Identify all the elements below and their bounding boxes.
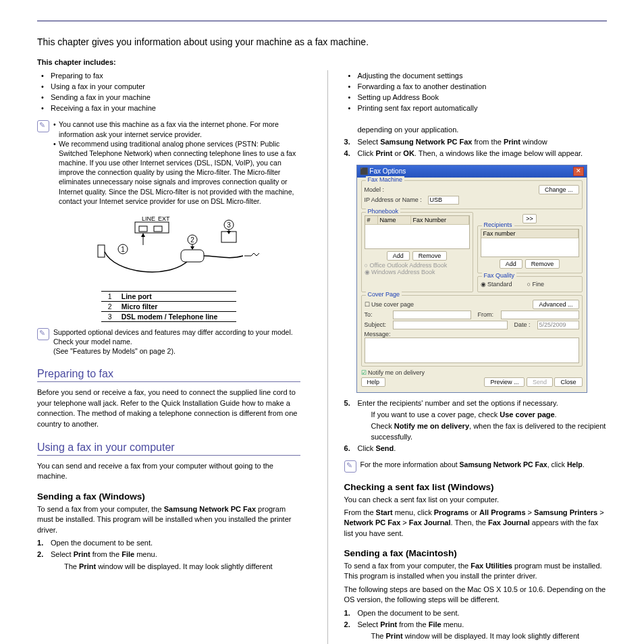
note-see: (See "Features by Models" on page 2). bbox=[53, 346, 300, 356]
date-field[interactable]: 5/25/2009 bbox=[537, 321, 579, 329]
note-model-features: Supported optional devices and features … bbox=[37, 327, 300, 356]
note-more-info: For the more information about Samsung N… bbox=[344, 460, 608, 473]
key-row: DSL modem / Telephone line bbox=[119, 311, 236, 321]
label: IP Address or Name : bbox=[365, 196, 425, 203]
label-line: LINE bbox=[142, 215, 155, 222]
list-item: Adjusting the document settings bbox=[344, 71, 608, 81]
note-icon bbox=[37, 328, 49, 340]
svg-rect-5 bbox=[98, 245, 105, 257]
svg-text:1: 1 bbox=[121, 246, 125, 253]
steps-windows-cont: Select Samsung Network PC Fax from the P… bbox=[344, 137, 608, 159]
includes-heading: This chapter includes: bbox=[37, 58, 607, 66]
label-ext: EXT bbox=[158, 215, 170, 222]
steps-windows-cont2: Enter the recipients' number and set the… bbox=[344, 398, 608, 454]
step: Click Print or OK. Then, a windows like … bbox=[344, 149, 608, 159]
paragraph: You can send and receive a fax from your… bbox=[37, 461, 300, 482]
continuation-text: depending on your application. bbox=[358, 125, 608, 135]
close-icon[interactable]: ✕ bbox=[573, 167, 584, 176]
outlook-radio[interactable]: Office Outlook Address Book bbox=[365, 262, 470, 269]
help-button[interactable]: Help bbox=[361, 377, 386, 387]
cover-page-group: Cover Page Use cover page Advanced ... T… bbox=[361, 295, 583, 367]
send-button[interactable]: Send bbox=[527, 377, 553, 387]
step: Select Samsung Network PC Fax from the P… bbox=[344, 137, 608, 147]
note-text: We recommend using traditional analog ph… bbox=[53, 139, 300, 206]
note-icon bbox=[344, 460, 356, 473]
svg-rect-1 bbox=[139, 226, 147, 232]
list-item: Sending a fax in your machine bbox=[37, 92, 300, 103]
add-button[interactable]: Add bbox=[387, 251, 410, 261]
advanced-button[interactable]: Advanced ... bbox=[533, 300, 579, 309]
remove-button[interactable]: Remove bbox=[412, 251, 448, 261]
left-column: Preparing to fax Using a fax in your com… bbox=[37, 70, 300, 644]
from-field[interactable] bbox=[501, 311, 579, 319]
list-item: Using a fax in your computer bbox=[37, 82, 300, 92]
change-button[interactable]: Change ... bbox=[539, 185, 579, 194]
svg-rect-6 bbox=[181, 250, 204, 262]
paragraph: From the Start menu, click Programs or A… bbox=[344, 508, 608, 539]
notify-checkbox[interactable]: Notify me on delivery bbox=[361, 369, 425, 376]
subject-field[interactable] bbox=[393, 321, 508, 329]
note-icon bbox=[37, 120, 49, 132]
note-text: You cannot use this machine as a fax via… bbox=[53, 119, 300, 138]
heading-preparing: Preparing to fax bbox=[37, 368, 300, 382]
steps-mac: Open the document to be sent. Select Pri… bbox=[344, 608, 608, 644]
paragraph: You can check a sent fax list on your co… bbox=[344, 495, 608, 505]
ip-field[interactable]: USB bbox=[428, 196, 459, 205]
transfer-button[interactable]: >> bbox=[522, 214, 537, 223]
remove-button[interactable]: Remove bbox=[525, 259, 560, 269]
paragraph: Before you send or receive a fax, you ne… bbox=[37, 387, 300, 429]
key-row: Line port bbox=[119, 291, 236, 301]
right-column: Adjusting the document settings Forwardi… bbox=[327, 70, 608, 644]
step: Select Print from the File menu. The Pri… bbox=[37, 549, 300, 572]
right-toc: Adjusting the document settings Forwardi… bbox=[344, 71, 608, 113]
standard-radio[interactable]: Standard bbox=[481, 281, 512, 288]
windows-addr-radio[interactable]: Windows Address Book bbox=[365, 269, 470, 275]
list-item: Printing sent fax report automatically bbox=[344, 103, 608, 113]
step: Click Send. bbox=[344, 444, 608, 454]
page: This chapter gives you information about… bbox=[0, 0, 644, 644]
close-button[interactable]: Close bbox=[554, 377, 582, 387]
list-item: Receiving a fax in your machine bbox=[37, 103, 300, 113]
svg-text:2: 2 bbox=[190, 236, 194, 244]
group-legend: Recipients bbox=[482, 221, 514, 228]
left-toc: Preparing to fax Using a fax in your com… bbox=[37, 71, 300, 113]
paragraph: To send a fax from your computer, the Sa… bbox=[37, 504, 300, 535]
to-field[interactable] bbox=[393, 311, 471, 319]
label: Model : bbox=[365, 186, 425, 193]
step-sub: The Print window will be displayed. It m… bbox=[64, 562, 300, 572]
dialog-title: Fax Options bbox=[369, 167, 406, 175]
paragraph: To send a fax from your computer, the Fa… bbox=[344, 561, 608, 582]
group-legend: Fax Quality bbox=[482, 272, 517, 279]
list-item: Preparing to fax bbox=[37, 71, 300, 81]
recipients-list[interactable]: Fax number bbox=[481, 229, 579, 257]
fine-radio[interactable]: Fine bbox=[527, 281, 544, 288]
fax-quality-group: Fax Quality Standard Fine bbox=[477, 276, 583, 292]
svg-rect-2 bbox=[154, 226, 162, 232]
svg-marker-4 bbox=[141, 233, 145, 237]
add-button[interactable]: Add bbox=[500, 259, 522, 269]
use-cover-checkbox[interactable]: Use cover page bbox=[365, 301, 414, 308]
group-legend: Phonebook bbox=[366, 208, 401, 215]
heading-checking: Checking a sent fax list (Windows) bbox=[344, 482, 608, 492]
list-item: Setting up Address Book bbox=[344, 92, 608, 103]
note-internet-phone: You cannot use this machine as a fax via… bbox=[37, 119, 300, 206]
diagram-key: 1Line port 2Micro filter 3DSL modem / Te… bbox=[101, 291, 236, 322]
paragraph: The following steps are based on the Mac… bbox=[344, 585, 608, 606]
fax-options-dialog: ⬛ Fax Options ✕ Fax Machine Model : Chan… bbox=[356, 165, 587, 393]
message-field[interactable] bbox=[365, 338, 579, 363]
phonebook-list[interactable]: #NameFax Number bbox=[365, 215, 470, 249]
recipients-group: Recipients Fax number Add Remove bbox=[477, 225, 583, 273]
preview-button[interactable]: Preview ... bbox=[484, 377, 525, 387]
steps-windows: Open the document to be sent. Select Pri… bbox=[37, 538, 300, 572]
note-text: Supported optional devices and features … bbox=[53, 327, 300, 346]
key-row: Micro filter bbox=[119, 301, 236, 311]
content-columns: Preparing to fax Using a fax in your com… bbox=[37, 70, 607, 644]
step: Open the document to be sent. bbox=[37, 538, 300, 548]
svg-text:3: 3 bbox=[227, 221, 231, 229]
heading-send-windows: Sending a fax (Windows) bbox=[37, 491, 300, 502]
svg-marker-15 bbox=[190, 246, 194, 250]
list-item: Forwarding a fax to another destination bbox=[344, 82, 608, 92]
chapter-intro: This chapter gives you information about… bbox=[37, 36, 607, 47]
wiring-diagram: LINE EXT bbox=[74, 213, 263, 322]
heading-using-fax: Using a fax in your computer bbox=[37, 441, 300, 456]
